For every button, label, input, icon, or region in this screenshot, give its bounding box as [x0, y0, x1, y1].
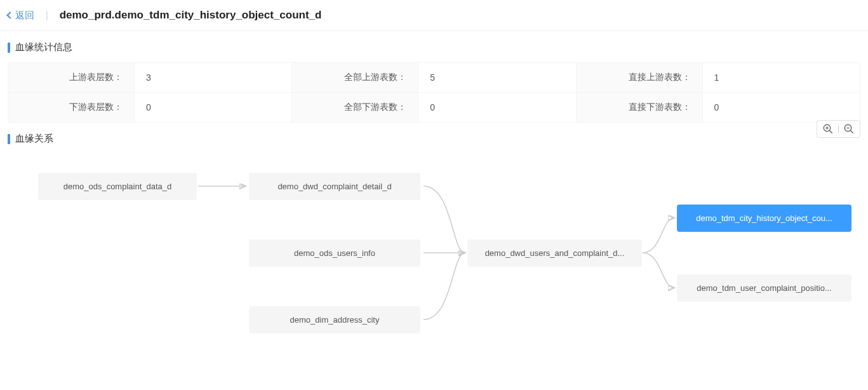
page-header: 返回 | demo_prd.demo_tdm_city_history_obje… — [0, 0, 868, 31]
stat-value: 3 — [134, 63, 291, 93]
svg-line-5 — [850, 130, 853, 133]
graph-node-active[interactable]: demo_tdm_city_history_object_cou... — [677, 205, 851, 232]
table-row: 下游表层数： 0 全部下游表数： 0 直接下游表数： 0 — [8, 93, 860, 123]
stats-section-header: 血缘统计信息 — [8, 41, 860, 53]
stats-section-title: 血缘统计信息 — [15, 41, 72, 53]
stat-value: 0 — [418, 93, 576, 123]
graph-node[interactable]: demo_dwd_complaint_detail_d — [249, 173, 420, 200]
stat-value: 0 — [134, 93, 291, 123]
stat-label: 下游表层数： — [8, 93, 135, 123]
stat-label: 直接下游表数： — [576, 93, 702, 123]
graph-node[interactable]: demo_ods_complaint_data_d — [38, 173, 197, 200]
svg-line-1 — [829, 130, 832, 133]
zoom-out-icon — [843, 123, 855, 135]
page-title: demo_prd.demo_tdm_city_history_object_co… — [60, 9, 322, 22]
header-divider: | — [46, 10, 48, 20]
zoom-in-button[interactable] — [822, 123, 834, 135]
chevron-left-icon — [6, 11, 13, 18]
relation-section-header: 血缘关系 — [8, 133, 860, 145]
zoom-controls: | — [817, 120, 860, 138]
stat-label: 上游表层数： — [8, 63, 135, 93]
graph-node[interactable]: demo_dim_address_city — [249, 306, 420, 333]
stat-value: 1 — [702, 63, 860, 93]
zoom-out-button[interactable] — [843, 123, 855, 135]
graph-node[interactable]: demo_dwd_users_and_complaint_d... — [467, 239, 642, 267]
graph-node[interactable]: demo_ods_users_info — [249, 239, 420, 267]
section-bar-icon — [8, 43, 10, 53]
zoom-separator: | — [838, 124, 839, 133]
table-row: 上游表层数： 3 全部上游表数： 5 直接上游表数： 1 — [8, 63, 860, 93]
graph-node[interactable]: demo_tdm_user_complaint_positio... — [677, 274, 851, 302]
section-bar-icon — [8, 134, 10, 144]
zoom-in-icon — [822, 123, 834, 135]
stat-value: 5 — [418, 63, 576, 93]
lineage-graph[interactable]: demo_ods_complaint_data_d demo_dwd_compl… — [8, 158, 860, 348]
back-label: 返回 — [15, 10, 34, 22]
stat-label: 直接上游表数： — [576, 63, 702, 93]
stats-table: 上游表层数： 3 全部上游表数： 5 直接上游表数： 1 下游表层数： 0 全部… — [8, 62, 860, 123]
stat-label: 全部上游表数： — [292, 63, 418, 93]
back-link[interactable]: 返回 — [8, 10, 34, 22]
relation-section-title: 血缘关系 — [15, 133, 53, 145]
stat-value: 0 — [702, 93, 860, 123]
relation-section: 血缘关系 | — [0, 123, 868, 348]
stats-section: 血缘统计信息 上游表层数： 3 全部上游表数： 5 直接上游表数： 1 下游表层… — [0, 31, 868, 123]
stat-label: 全部下游表数： — [292, 93, 418, 123]
